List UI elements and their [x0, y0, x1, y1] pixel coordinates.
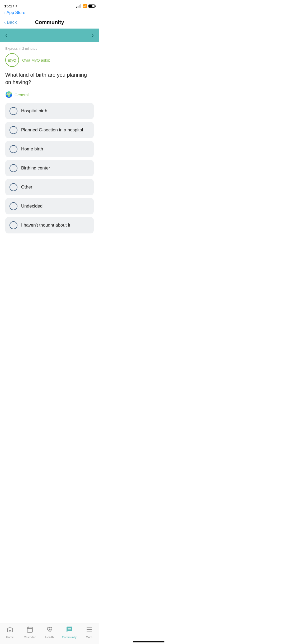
progress-nav-bar: ‹ ›	[0, 29, 99, 42]
question-text: What kind of birth are you planning on h…	[5, 71, 94, 86]
radio-circle-undecided	[10, 202, 17, 210]
nav-header: ‹ Back Community	[0, 17, 99, 29]
option-label-havent-thought: I haven't thought about it	[21, 223, 70, 228]
status-time: 15:17	[4, 4, 14, 8]
next-button[interactable]: ›	[92, 32, 94, 39]
option-hospital[interactable]: Hospital birth	[5, 103, 94, 119]
status-bar: 15:17 ➤ 📶	[0, 0, 99, 10]
option-home[interactable]: Home birth	[5, 141, 94, 157]
radio-circle-hospital	[10, 107, 17, 115]
app-store-back-button[interactable]: ‹ App Store	[4, 10, 95, 15]
signal-strength	[76, 4, 81, 8]
option-label-undecided: Undecided	[21, 204, 43, 209]
option-label-birthing-center: Birthing center	[21, 165, 50, 171]
page-title: Community	[35, 19, 64, 25]
back-button[interactable]: ‹ Back	[4, 20, 17, 25]
battery-icon	[88, 4, 95, 8]
myq-asks-label: Ovia MyQ asks:	[22, 58, 50, 62]
option-label-home: Home birth	[21, 146, 43, 152]
options-list: Hospital birth Planned C-section in a ho…	[5, 103, 94, 233]
back-chevron-icon: ‹	[4, 11, 6, 15]
back-label: Back	[7, 20, 17, 25]
option-label-other: Other	[21, 185, 32, 190]
wifi-icon: 📶	[83, 4, 87, 8]
globe-icon: 🌍	[5, 91, 12, 98]
option-csection[interactable]: Planned C-section in a hospital	[5, 122, 94, 138]
radio-circle-csection	[10, 126, 17, 134]
myq-logo: MyQ	[5, 53, 19, 67]
option-havent-thought[interactable]: I haven't thought about it	[5, 217, 94, 233]
radio-circle-havent-thought	[10, 221, 17, 229]
signal-bar-1	[76, 7, 77, 8]
radio-circle-home	[10, 145, 17, 153]
option-birthing-center[interactable]: Birthing center	[5, 160, 94, 176]
option-label-csection: Planned C-section in a hospital	[21, 127, 83, 133]
signal-bar-4	[80, 4, 81, 8]
app-store-label: App Store	[7, 10, 25, 15]
back-chevron-icon: ‹	[4, 20, 6, 25]
status-right: 📶	[76, 4, 95, 8]
myq-header: MyQ Ovia MyQ asks:	[5, 53, 94, 67]
app-store-bar: ‹ App Store	[0, 10, 99, 17]
prev-button[interactable]: ‹	[5, 32, 7, 39]
signal-bar-3	[79, 5, 80, 8]
myq-logo-text: MyQ	[8, 58, 16, 62]
option-label-hospital: Hospital birth	[21, 108, 47, 114]
location-icon: ➤	[15, 4, 18, 8]
signal-bar-2	[78, 6, 78, 8]
option-undecided[interactable]: Undecided	[5, 198, 94, 214]
radio-circle-birthing-center	[10, 164, 17, 172]
express-text: Express in 2 minutes	[5, 47, 94, 50]
battery-fill	[89, 5, 92, 7]
radio-circle-other	[10, 183, 17, 191]
scroll-content: Express in 2 minutes MyQ Ovia MyQ asks: …	[0, 42, 99, 264]
category-row: 🌍 General	[5, 91, 94, 98]
category-label: General	[15, 93, 29, 97]
main-content: Express in 2 minutes MyQ Ovia MyQ asks: …	[0, 42, 99, 238]
status-left: 15:17 ➤	[4, 4, 18, 8]
option-other[interactable]: Other	[5, 179, 94, 195]
